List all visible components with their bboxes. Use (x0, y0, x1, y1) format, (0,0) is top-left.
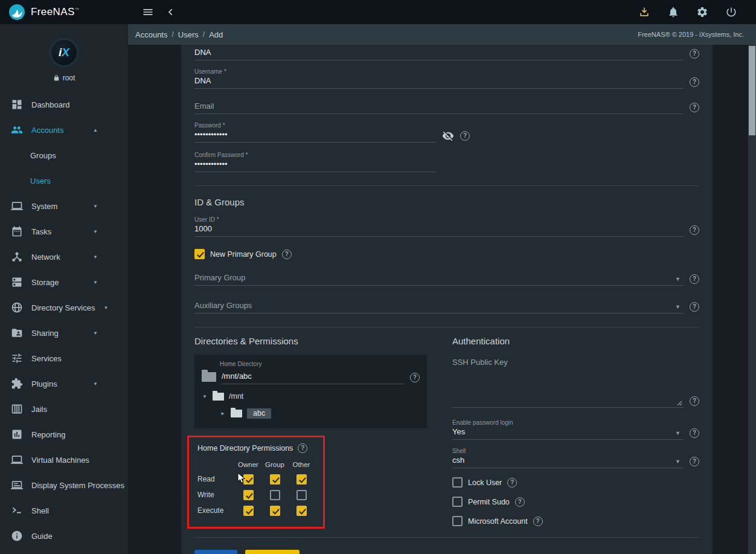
user-id-field[interactable]: User ID * 1000 (194, 216, 684, 237)
permit-sudo-checkbox[interactable] (452, 497, 463, 507)
breadcrumb-users[interactable]: Users (178, 30, 199, 39)
lock-user-checkbox[interactable] (452, 477, 463, 488)
help-icon[interactable]: ? (690, 274, 699, 284)
chevron-down-icon: ▼ (103, 305, 108, 311)
tree-expanded-icon[interactable]: ▼ (202, 394, 208, 399)
annotation-red-box: Home Directory Permissions ? Owner Group… (187, 436, 325, 529)
power-icon[interactable] (722, 3, 740, 21)
chevron-down-icon: ▼ (93, 381, 98, 387)
settings-gear-icon[interactable] (693, 3, 711, 21)
confirm-password-field[interactable]: Confirm Password * •••••••••••• (194, 151, 436, 172)
help-icon[interactable]: ? (690, 302, 699, 312)
calendar-icon (11, 225, 23, 237)
sidebar-item-tasks[interactable]: Tasks ▼ (0, 219, 128, 244)
perm-execute-owner-checkbox[interactable] (243, 506, 254, 516)
sidebar-collapse-button[interactable] (162, 3, 180, 21)
lock-icon (53, 74, 60, 82)
logged-in-user: root (63, 74, 75, 82)
sidebar-item-shell[interactable]: Shell (0, 498, 128, 523)
home-directory-field[interactable]: /mnt/abc (222, 371, 405, 384)
perm-execute-other-checkbox[interactable] (296, 506, 307, 516)
sidebar-item-jails[interactable]: Jails (0, 396, 128, 422)
notifications-bell-icon[interactable] (664, 3, 682, 21)
sidebar: iX root Dashboard Accounts ▲ (0, 24, 128, 554)
help-icon[interactable]: ? (298, 443, 307, 453)
puzzle-extension-icon (11, 378, 23, 390)
help-icon[interactable]: ? (515, 497, 525, 507)
terminal-icon (11, 504, 23, 517)
sidebar-item-display-system-processes[interactable]: Display System Processes (0, 472, 128, 498)
perm-read-group-checkbox[interactable] (270, 474, 280, 485)
sidebar-nav: Dashboard Accounts ▲ Groups Users System… (0, 92, 128, 549)
tree-collapsed-icon[interactable]: ► (220, 411, 226, 416)
sidebar-item-network[interactable]: Network ▼ (0, 244, 128, 269)
breadcrumb-add: Add (209, 30, 223, 39)
help-icon[interactable]: ? (460, 131, 470, 141)
email-field[interactable]: Email (194, 101, 684, 114)
save-button[interactable]: SAVE (194, 550, 237, 554)
sidebar-item-virtual-machines[interactable]: Virtual Machines (0, 447, 128, 472)
toggle-password-visibility-icon[interactable] (442, 130, 454, 142)
folder-icon (213, 393, 224, 401)
sidebar-item-reporting[interactable]: Reporting (0, 422, 128, 447)
section-divider (194, 327, 699, 327)
help-icon[interactable]: ? (690, 457, 699, 466)
id-groups-title: ID & Groups (194, 197, 699, 207)
fullname-field[interactable]: DNA (194, 47, 684, 60)
enable-password-login-select[interactable]: Enable password login Yes ▼ (452, 419, 684, 440)
auxiliary-groups-select[interactable]: Auxiliary Groups ▼ (194, 300, 684, 314)
sidebar-item-groups[interactable]: Groups (0, 143, 128, 168)
ssh-public-key-field[interactable]: SSH Public Key (452, 357, 684, 408)
tree-node-abc[interactable]: ► abc (220, 408, 420, 419)
perm-read-owner-checkbox[interactable] (243, 474, 254, 485)
username-field[interactable]: Username * DNA (194, 68, 684, 89)
freenas-shark-icon (8, 4, 25, 21)
shell-select[interactable]: Shell csh ▼ (452, 447, 684, 468)
globe-icon (11, 301, 23, 314)
primary-group-select[interactable]: Primary Group ▼ (194, 272, 684, 286)
help-icon[interactable]: ? (533, 517, 543, 526)
perm-execute-group-checkbox[interactable] (270, 506, 280, 516)
tree-node-mnt[interactable]: ▼ /mnt (202, 392, 420, 401)
new-primary-group-checkbox[interactable] (194, 249, 205, 259)
vertical-scrollbar[interactable] (748, 45, 756, 554)
sidebar-item-dashboard[interactable]: Dashboard (0, 92, 128, 117)
password-field[interactable]: Password * •••••••••••• (194, 121, 436, 143)
processes-monitor-icon (11, 479, 23, 491)
scrollbar-thumb[interactable] (749, 46, 755, 135)
microsoft-account-checkbox[interactable] (452, 516, 463, 526)
help-icon[interactable]: ? (690, 428, 699, 438)
breadcrumb-accounts[interactable]: Accounts (135, 30, 167, 39)
sidebar-item-users[interactable]: Users (0, 168, 128, 193)
freenas-logo[interactable]: FreeNAS™ (0, 0, 128, 24)
add-user-form: DNA ? Username * DNA ? Email (181, 45, 713, 554)
help-icon[interactable]: ? (690, 77, 699, 87)
help-icon[interactable]: ? (410, 373, 420, 382)
sidebar-item-storage[interactable]: Storage ▼ (0, 269, 128, 295)
sidebar-item-guide[interactable]: Guide (0, 523, 128, 549)
menu-toggle-button[interactable] (139, 3, 157, 21)
help-icon[interactable]: ? (690, 225, 699, 235)
sidebar-item-services[interactable]: Services (0, 346, 128, 371)
sidebar-item-system[interactable]: System ▼ (0, 193, 128, 219)
resize-handle-icon[interactable] (677, 401, 682, 406)
info-icon (11, 530, 23, 542)
sidebar-item-accounts[interactable]: Accounts ▲ (0, 117, 128, 143)
bar-chart-icon (11, 428, 23, 440)
help-icon[interactable]: ? (282, 250, 292, 259)
perm-write-owner-checkbox[interactable] (243, 490, 254, 500)
sidebar-item-sharing[interactable]: Sharing ▼ (0, 320, 128, 346)
pending-tasks-icon[interactable] (635, 3, 653, 21)
help-icon[interactable]: ? (507, 478, 517, 488)
top-bar: FreeNAS™ (0, 0, 756, 24)
help-icon[interactable]: ? (690, 396, 699, 406)
help-icon[interactable]: ? (690, 49, 699, 59)
authentication-title: Authentication (452, 336, 699, 346)
sidebar-item-directory-services[interactable]: Directory Services ▼ (0, 295, 128, 320)
cancel-button[interactable]: CANCEL (245, 550, 300, 554)
perm-write-other-checkbox[interactable] (296, 490, 307, 500)
sidebar-item-plugins[interactable]: Plugins ▼ (0, 371, 128, 396)
help-icon[interactable]: ? (690, 103, 699, 112)
perm-write-group-checkbox[interactable] (270, 490, 280, 500)
perm-read-other-checkbox[interactable] (296, 474, 307, 485)
